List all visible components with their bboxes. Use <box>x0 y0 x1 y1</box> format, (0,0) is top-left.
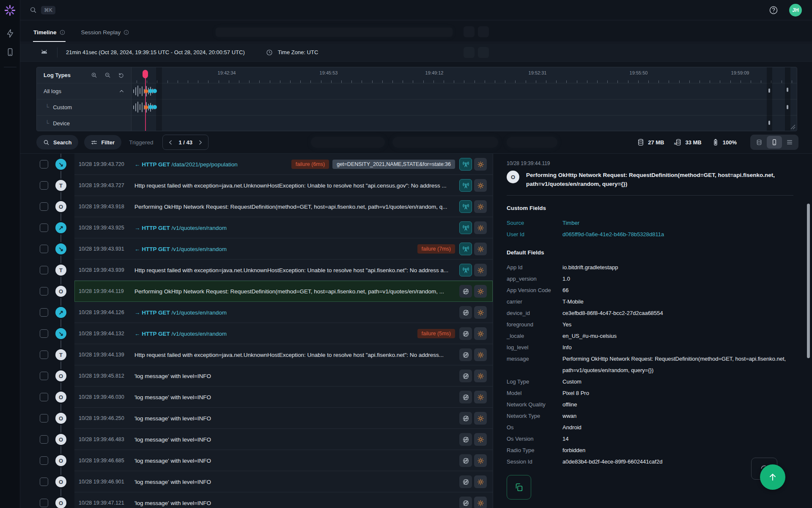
network-offline-button[interactable] <box>459 306 472 319</box>
resize-handle-icon[interactable] <box>790 124 796 130</box>
log-row-checkbox[interactable] <box>40 245 48 253</box>
brightness-button[interactable] <box>474 370 487 382</box>
network-antenna-button[interactable] <box>459 221 472 234</box>
brightness-button[interactable] <box>474 497 487 508</box>
chevron-up-icon[interactable] <box>119 88 124 94</box>
search-shortcut-badge[interactable]: ⌘K <box>41 6 55 14</box>
help-icon[interactable] <box>769 6 778 15</box>
next-page-icon[interactable] <box>198 140 203 145</box>
log-row[interactable]: O10/28 19:39:45.812'log message' with le… <box>20 365 493 387</box>
prev-page-icon[interactable] <box>168 140 173 145</box>
log-row[interactable]: ↘10/28 19:39:44.132← HTTP GET /v1/quotes… <box>20 323 493 344</box>
events-lightning-icon[interactable] <box>5 29 15 38</box>
tab-timeline[interactable]: Timeline <box>33 29 66 42</box>
brightness-button[interactable] <box>474 391 487 403</box>
network-offline-button[interactable] <box>459 433 472 446</box>
network-offline-button[interactable] <box>459 475 472 488</box>
network-offline-button[interactable] <box>459 348 472 361</box>
devices-phone-icon[interactable] <box>5 47 15 57</box>
brightness-button[interactable] <box>474 327 487 340</box>
view-device-button[interactable] <box>767 136 782 149</box>
tab-session-replay[interactable]: Session Replay <box>81 29 130 42</box>
log-row[interactable]: T10/28 19:39:43.939Http request failed w… <box>20 260 493 281</box>
triggered-label[interactable]: Triggered <box>129 139 153 146</box>
brightness-button[interactable] <box>474 200 487 213</box>
search-button[interactable]: Search <box>36 135 78 149</box>
log-row[interactable]: T10/28 19:39:43.727Http request failed w… <box>20 175 493 196</box>
brightness-button[interactable] <box>474 158 487 171</box>
field-value[interactable]: Timber <box>562 217 579 229</box>
network-offline-button[interactable] <box>459 327 472 340</box>
log-row-checkbox[interactable] <box>40 351 48 359</box>
log-row[interactable]: ↗10/28 19:39:43.925→ HTTP GET /v1/quotes… <box>20 217 493 238</box>
log-row[interactable]: O10/28 19:39:46.483'log message' with le… <box>20 429 493 450</box>
scroll-to-top-button[interactable] <box>760 464 785 490</box>
log-row-checkbox[interactable] <box>40 393 48 401</box>
log-row-checkbox[interactable] <box>40 308 48 317</box>
network-offline-button[interactable] <box>459 497 472 508</box>
log-row[interactable]: T10/28 19:39:44.139Http request failed w… <box>20 344 493 365</box>
network-offline-button[interactable] <box>459 370 472 382</box>
log-row-checkbox[interactable] <box>40 329 48 338</box>
log-row-checkbox[interactable] <box>40 224 48 232</box>
log-row[interactable]: O10/28 19:39:47.121'log message' with le… <box>20 492 493 508</box>
brightness-button[interactable] <box>474 348 487 361</box>
log-row[interactable]: O10/28 19:39:46.685'log message' with le… <box>20 450 493 471</box>
log-row[interactable]: O10/28 19:39:46.901'log message' with le… <box>20 471 493 492</box>
network-offline-button[interactable] <box>459 391 472 403</box>
brightness-button[interactable] <box>474 475 487 488</box>
log-row-checkbox[interactable] <box>40 456 48 465</box>
reset-zoom-icon[interactable] <box>118 72 124 78</box>
brightness-button[interactable] <box>474 306 487 319</box>
playhead-marker[interactable] <box>143 70 148 78</box>
log-type-row-device[interactable]: └Device <box>37 115 131 131</box>
log-row-checkbox[interactable] <box>40 181 48 190</box>
log-row[interactable]: O10/28 19:39:46.030'log message' with le… <box>20 387 493 408</box>
log-row-checkbox[interactable] <box>40 478 48 486</box>
copy-fields-button[interactable] <box>507 475 531 500</box>
log-row[interactable]: O10/28 19:39:46.250'log message' with le… <box>20 408 493 429</box>
brightness-button[interactable] <box>474 285 487 298</box>
log-row-checkbox[interactable] <box>40 266 48 274</box>
zoom-out-icon[interactable] <box>104 72 111 78</box>
brightness-button[interactable] <box>474 179 487 192</box>
brightness-button[interactable] <box>474 243 487 255</box>
log-row[interactable]: O10/28 19:39:43.918Performing OkHttp Net… <box>20 196 493 217</box>
field-value[interactable]: d065ff9d-0a6e-41e2-b46b-78b5328d811a <box>562 229 664 240</box>
network-antenna-button[interactable] <box>459 243 472 255</box>
zoom-in-icon[interactable] <box>91 72 97 78</box>
brightness-button[interactable] <box>474 412 487 425</box>
log-type-row-custom[interactable]: └Custom <box>37 99 131 115</box>
log-row-checkbox[interactable] <box>40 499 48 507</box>
brightness-button[interactable] <box>474 264 487 276</box>
log-row-checkbox[interactable] <box>40 202 48 211</box>
network-offline-button[interactable] <box>459 412 472 425</box>
brightness-button[interactable] <box>474 221 487 234</box>
detail-scrollbar[interactable] <box>807 204 810 358</box>
log-row-checkbox[interactable] <box>40 160 48 168</box>
log-row[interactable]: ↘10/28 19:39:43.931← HTTP GET /v1/quotes… <box>20 238 493 260</box>
network-antenna-button[interactable] <box>459 158 472 171</box>
user-avatar[interactable]: JH <box>789 4 802 17</box>
log-row[interactable]: ↗10/28 19:39:44.126→ HTTP GET /v1/quotes… <box>20 302 493 323</box>
view-database-button[interactable] <box>752 136 767 149</box>
timeline-chart[interactable]: 19:42:3419:45:5319:49:1219:52:3119:55:50… <box>132 67 797 131</box>
network-antenna-button[interactable] <box>459 200 472 213</box>
log-row-checkbox[interactable] <box>40 435 48 444</box>
log-row-checkbox[interactable] <box>40 414 48 422</box>
network-antenna-button[interactable] <box>459 264 472 276</box>
search-icon[interactable] <box>30 6 37 14</box>
bitdrift-logo-icon[interactable] <box>4 5 16 16</box>
brightness-button[interactable] <box>474 454 487 467</box>
brightness-button[interactable] <box>474 433 487 446</box>
log-row[interactable]: O10/28 19:39:44.119Performing OkHttp Net… <box>20 281 493 302</box>
network-offline-button[interactable] <box>459 285 472 298</box>
filter-button[interactable]: Filter <box>84 135 121 149</box>
network-antenna-button[interactable] <box>459 179 472 192</box>
log-row-checkbox[interactable] <box>40 372 48 380</box>
log-row[interactable]: ↘10/28 19:39:43.720← HTTP GET /data/2021… <box>20 154 493 175</box>
network-offline-button[interactable] <box>459 454 472 467</box>
log-type-row-all-logs[interactable]: All logs <box>37 83 131 99</box>
log-row-checkbox[interactable] <box>40 287 48 295</box>
view-list-button[interactable] <box>782 136 797 149</box>
